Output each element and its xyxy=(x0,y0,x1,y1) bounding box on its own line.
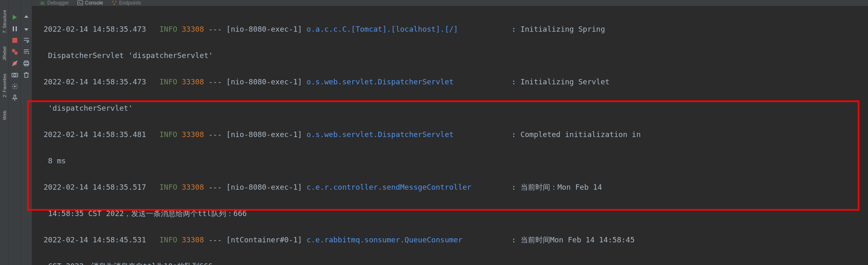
pause-icon[interactable] xyxy=(12,26,18,32)
svg-point-16 xyxy=(112,1,114,2)
scroll-up-icon[interactable] xyxy=(23,14,30,21)
svg-rect-0 xyxy=(13,26,14,31)
toolwindow-favorites[interactable]: 2: Favorites xyxy=(2,74,7,97)
log-line: 2022-02-14 14:58:35.473 INFO 33308 --- [… xyxy=(44,23,864,36)
left-toolwindow-strip: 7: Structure JRebel 2: Favorites Web xyxy=(0,0,9,265)
rerun-icon[interactable] xyxy=(12,14,18,21)
tab-endpoints-label: Endpoints xyxy=(119,0,141,6)
stop-icon[interactable] xyxy=(12,37,18,44)
svg-rect-2 xyxy=(12,38,17,43)
svg-point-17 xyxy=(115,1,117,2)
console-icon xyxy=(77,0,83,6)
scroll-to-end-icon[interactable] xyxy=(23,49,30,55)
console-output[interactable]: 2022-02-14 14:58:35.473 INFO 33308 --- [… xyxy=(32,6,868,265)
tab-endpoints[interactable]: Endpoints xyxy=(107,0,145,6)
print-icon[interactable] xyxy=(23,60,30,67)
soft-wrap-icon[interactable] xyxy=(23,37,30,44)
log-line-cont: CST 2022，消息为消息来自ttl为10s的队列666 xyxy=(44,260,864,265)
svg-rect-11 xyxy=(25,61,28,62)
svg-point-14 xyxy=(41,2,44,5)
tab-debugger-label: Debugger xyxy=(47,0,69,6)
bug-icon xyxy=(39,0,45,6)
log-line: 2022-02-14 14:58:45.531 INFO 33308 --- [… xyxy=(44,233,864,246)
svg-rect-1 xyxy=(16,26,17,31)
pin-icon[interactable] xyxy=(12,95,18,101)
mute-breakpoints-icon[interactable] xyxy=(12,60,18,67)
svg-point-3 xyxy=(12,49,15,52)
log-line: 2022-02-14 14:58:35.517 INFO 33308 --- [… xyxy=(44,181,864,194)
tab-console[interactable]: Console xyxy=(73,0,107,6)
toolwindow-web[interactable]: Web xyxy=(2,111,7,120)
toolwindow-structure[interactable]: 7: Structure xyxy=(2,10,7,33)
svg-point-8 xyxy=(14,74,16,77)
svg-point-9 xyxy=(14,86,16,87)
svg-point-4 xyxy=(14,51,18,55)
main-panel: Debugger Console Endpoints 2022-02-14 14… xyxy=(32,0,868,265)
camera-icon[interactable] xyxy=(12,72,18,78)
tab-console-label: Console xyxy=(85,0,103,6)
log-line-cont: 'dispatcherServlet' xyxy=(44,102,864,115)
console-action-bar xyxy=(21,0,32,265)
endpoints-icon xyxy=(111,0,117,6)
clear-all-icon[interactable] xyxy=(23,72,30,78)
log-line: 2022-02-14 14:58:35.473 INFO 33308 --- [… xyxy=(44,75,864,88)
svg-rect-13 xyxy=(25,73,28,77)
debug-tabbar: Debugger Console Endpoints xyxy=(32,0,868,6)
log-line: 2022-02-14 14:58:35.481 INFO 33308 --- [… xyxy=(44,128,864,141)
tab-debugger[interactable]: Debugger xyxy=(35,0,73,6)
view-breakpoints-icon[interactable] xyxy=(12,49,18,55)
toolwindow-jrebel[interactable]: JRebel xyxy=(2,46,7,60)
settings-icon[interactable] xyxy=(12,83,18,90)
log-line-cont: DispatcherServlet 'dispatcherServlet' xyxy=(44,49,864,62)
log-line-cont: 8 ms xyxy=(44,154,864,167)
scroll-down-icon[interactable] xyxy=(23,26,30,32)
svg-rect-12 xyxy=(25,64,28,66)
debug-action-bar xyxy=(9,0,21,265)
svg-point-18 xyxy=(113,4,115,5)
log-line-cont: 14:58:35 CST 2022，发送一条消息给两个ttl队列：666 xyxy=(44,207,864,220)
